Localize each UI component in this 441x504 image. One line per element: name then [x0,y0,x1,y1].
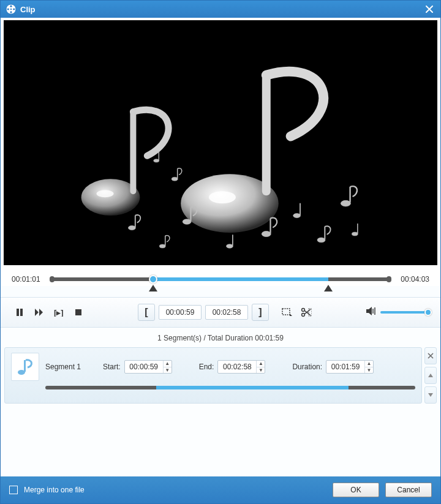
merge-label: Merge into one file [24,486,85,494]
total-time-label: 00:04:03 [396,275,429,284]
svg-point-3 [13,8,15,10]
crop-icon [281,307,292,317]
titlebar: Clip [1,1,440,18]
volume-slider[interactable] [380,311,429,314]
empty-area [1,404,440,476]
stop-button[interactable] [70,304,86,320]
segment-duration-input[interactable]: 00:01:59 ▲▼ [326,360,374,374]
svg-point-30 [172,177,178,181]
svg-point-4 [10,11,12,13]
svg-marker-37 [39,309,43,316]
svg-point-18 [226,244,233,249]
segment-name: Segment 1 [45,363,94,371]
app-icon [6,4,17,15]
remove-segment-button[interactable] [424,347,437,364]
playback-timeline: 00:01:01 00:04:03 [1,265,440,286]
music-artwork [4,20,437,265]
window-title: Clip [20,5,36,14]
end-bracket-time[interactable]: 00:02:58 [205,305,248,320]
x-icon [428,353,434,359]
svg-rect-34 [17,309,19,316]
spin-up-icon[interactable]: ▲ [257,361,265,367]
svg-marker-52 [428,374,433,377]
segment-end-label: End: [199,363,214,371]
segment-end-input[interactable]: 00:02:58 ▲▼ [217,360,265,374]
cut-button[interactable] [298,304,314,320]
cancel-button[interactable]: Cancel [385,483,432,497]
range-start-marker[interactable] [149,285,157,291]
ok-button[interactable]: OK [333,483,379,497]
svg-point-16 [183,219,191,224]
scissors-icon [301,307,312,317]
stop-icon [75,309,82,316]
set-end-bracket-button[interactable]: ] [252,304,269,321]
current-time-label: 00:01:01 [12,275,45,284]
next-frame-icon: [▸] [54,308,64,317]
svg-rect-39 [75,309,81,315]
svg-point-9 [209,191,236,203]
move-segment-up-button[interactable] [424,367,437,384]
speaker-icon[interactable] [366,306,377,318]
fast-forward-button[interactable] [31,304,47,320]
volume-control [366,306,429,318]
svg-marker-47 [366,307,372,315]
timeline-playhead[interactable] [149,275,157,284]
segment-duration-label: Duration: [292,363,322,371]
svg-point-26 [341,200,350,206]
svg-point-20 [262,231,271,237]
spin-up-icon[interactable]: ▲ [365,361,373,367]
svg-marker-36 [35,309,39,316]
svg-marker-53 [428,393,433,397]
video-preview[interactable] [4,20,437,265]
playback-controls: [▸] [ 00:00:59 00:02:58 ] [1,297,440,328]
clip-window: Clip [0,0,441,504]
set-start-bracket-button[interactable]: [ [138,304,155,321]
spin-down-icon[interactable]: ▼ [164,367,172,374]
close-button[interactable] [423,3,435,15]
svg-point-11 [97,190,114,197]
segment-row[interactable]: Segment 1 Start: 00:00:59 ▲▼ End: 00:02:… [4,347,422,404]
svg-rect-40 [282,309,290,315]
svg-point-32 [154,159,159,162]
segment-track[interactable] [45,386,415,389]
range-end-marker[interactable] [324,285,333,291]
svg-point-2 [10,6,12,7]
segments-summary: 1 Segment(s) / Total Duration 00:01:59 [1,328,440,347]
svg-point-12 [128,225,135,230]
timeline-track[interactable] [52,275,389,284]
footer: Merge into one file OK Cancel [1,476,440,503]
merge-checkbox[interactable] [9,486,18,494]
svg-point-24 [317,238,325,243]
spin-up-icon[interactable]: ▲ [164,361,172,367]
start-bracket-time[interactable]: 00:00:59 [159,305,202,320]
segment-start-label: Start: [103,363,121,371]
volume-thumb[interactable] [424,309,432,316]
segment-start-input[interactable]: 00:00:59 ▲▼ [124,360,172,374]
svg-text:[▸]: [▸] [54,308,64,317]
svg-marker-41 [290,314,292,316]
segment-start-value: 00:00:59 [125,363,163,371]
spin-down-icon[interactable]: ▼ [365,367,373,374]
svg-point-6 [10,9,12,10]
chevron-up-icon [428,373,434,378]
pause-button[interactable] [12,304,28,320]
move-segment-down-button[interactable] [424,386,437,404]
crop-button[interactable] [279,304,295,320]
svg-point-22 [293,213,301,217]
svg-point-14 [159,244,165,248]
segment-thumbnail [11,353,39,381]
chevron-down-icon [428,393,434,397]
segment-duration-value: 00:01:59 [326,363,364,371]
fast-forward-icon [34,308,44,317]
music-note-icon [17,358,34,376]
preview-area [1,18,440,265]
svg-rect-35 [20,309,23,316]
svg-point-5 [7,8,9,10]
svg-point-28 [352,232,358,236]
svg-rect-51 [24,360,26,372]
segments-list: Segment 1 Start: 00:00:59 ▲▼ End: 00:02:… [1,347,440,404]
spin-down-icon[interactable]: ▼ [257,367,265,374]
next-frame-button[interactable]: [▸] [51,304,67,320]
range-markers [52,286,389,295]
segment-end-value: 00:02:58 [218,363,256,371]
